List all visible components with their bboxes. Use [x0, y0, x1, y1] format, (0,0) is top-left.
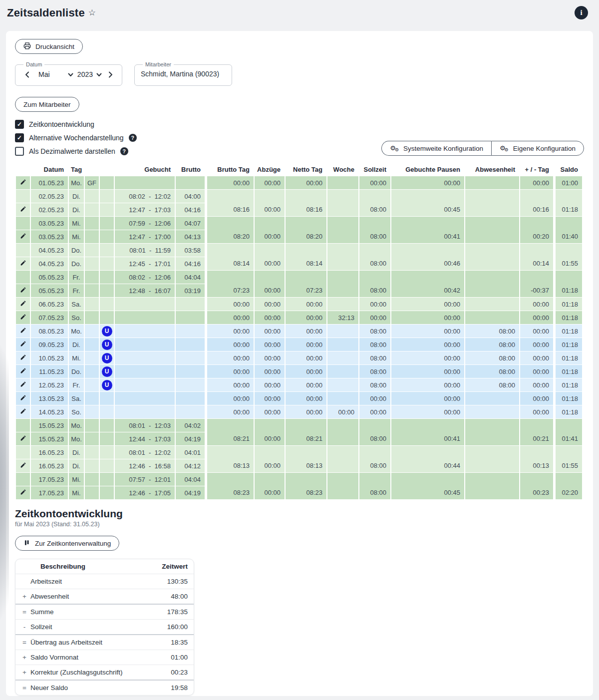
- favorite-star-icon[interactable]: ☆: [88, 8, 96, 17]
- configuration-button-group: ⚙⚙ Systemweite Konfiguration ⚙⚙ Eigene K…: [381, 141, 584, 156]
- edit-day-button[interactable]: [16, 338, 30, 351]
- pencil-edit-icon: [20, 368, 26, 375]
- goto-employee-button[interactable]: Zum Mitarbeiter: [15, 97, 79, 112]
- booked-interval-cell: 08:01 - 11:59: [115, 244, 175, 257]
- column-header-tag: Tag: [69, 163, 84, 176]
- edit-day-button[interactable]: [16, 325, 30, 338]
- zeitsaldenliste-page: Zeitsaldenliste☆ i Druckansicht Datum Ma…: [0, 0, 599, 700]
- booked-interval-cell: [115, 338, 175, 351]
- edit-day-button[interactable]: [16, 284, 30, 297]
- info-button[interactable]: i: [575, 6, 588, 19]
- weekday-cell: Sa.: [69, 298, 84, 311]
- booked-interval-cell: 07:59 - 12:06: [115, 217, 175, 230]
- system-configuration-button[interactable]: ⚙⚙ Systemweite Konfiguration: [381, 141, 491, 156]
- date-cell: 07.05.23: [31, 311, 68, 324]
- edit-day-button[interactable]: [16, 365, 30, 378]
- employee-field[interactable]: Mitarbeiter Schmidt, Martina (90023): [134, 61, 232, 86]
- abzuege-cell: 00:00: [255, 419, 285, 445]
- edit-day-button[interactable]: [16, 176, 30, 189]
- netto-tag-cell: 00:00: [286, 298, 326, 311]
- weekday-cell: So.: [69, 311, 84, 324]
- column-header-sollzeit: Sollzeit: [359, 163, 390, 176]
- weekday-cell: Mo.: [69, 432, 84, 445]
- brutto-cell: 04:16: [176, 257, 205, 270]
- operator-cell: [15, 574, 30, 589]
- plus-minus-tag-cell: 00:00: [520, 311, 553, 324]
- next-month-button[interactable]: [105, 69, 116, 80]
- holiday-badge-cell: [85, 486, 99, 499]
- own-configuration-button[interactable]: ⚙⚙ Eigene Konfiguration: [491, 141, 584, 156]
- edit-day-button[interactable]: [16, 378, 30, 391]
- edit-day-button[interactable]: [16, 311, 30, 324]
- absence-badge-cell: U: [100, 338, 114, 351]
- gear-settings-icon: ⚙⚙: [500, 145, 509, 152]
- operator-cell: -: [15, 620, 30, 635]
- pausen-cell: 00:46: [391, 244, 464, 270]
- absence-badge-u: U: [102, 353, 112, 363]
- date-cell: 06.05.23: [31, 298, 68, 311]
- column-header-datum: Datum: [31, 163, 68, 176]
- year-select[interactable]: 2023: [76, 70, 103, 78]
- netto-tag-cell: 00:00: [286, 405, 326, 418]
- edit-day-button[interactable]: [16, 230, 30, 243]
- netto-tag-cell: 08:13: [286, 446, 326, 472]
- holiday-badge-cell: [85, 338, 99, 351]
- weekday-cell: Mo.: [69, 325, 84, 338]
- holiday-badge-cell: [85, 284, 99, 297]
- holiday-badge-cell: [85, 244, 99, 257]
- abzuege-cell: 00:00: [255, 190, 285, 216]
- edit-day-button[interactable]: [16, 392, 30, 405]
- help-icon[interactable]: ?: [120, 147, 128, 155]
- option-zeitkontoentwicklung[interactable]: ✓ Zeitkontoentwicklung: [15, 120, 137, 129]
- checkbox-unchecked-icon: [15, 147, 24, 156]
- edit-day-button[interactable]: [16, 405, 30, 418]
- edit-cell: [16, 271, 30, 284]
- plus-minus-tag-cell: 00:00: [520, 298, 553, 311]
- option-als-dezimalwerte[interactable]: Als Dezimalwerte darstellen ?: [15, 147, 137, 156]
- abwesenheit-cell: [465, 473, 519, 499]
- time-account-management-button[interactable]: Zur Zeitkontenverwaltung: [15, 536, 119, 551]
- edit-day-button[interactable]: [16, 459, 30, 472]
- weekday-cell: Fr.: [69, 378, 84, 391]
- edit-day-button[interactable]: [16, 432, 30, 445]
- option-label: Alternative Wochendarstellung: [29, 134, 124, 142]
- month-select[interactable]: Mai: [34, 70, 74, 78]
- pencil-edit-icon: [20, 354, 26, 362]
- edit-day-button[interactable]: [16, 486, 30, 499]
- edit-day-button[interactable]: [16, 351, 30, 364]
- date-cell: 11.05.23: [31, 365, 68, 378]
- table-row: 16.05.23Di.08:01 - 12:0204:0108:1300:000…: [16, 446, 582, 459]
- help-icon[interactable]: ?: [129, 134, 137, 142]
- weekday-cell: Mi.: [69, 217, 84, 230]
- brutto-tag-cell: 08:14: [206, 244, 254, 270]
- previous-month-button[interactable]: [21, 69, 32, 80]
- brutto-cell: 03:19: [176, 284, 205, 297]
- option-alternative-wochendarstellung[interactable]: ✓ Alternative Wochendarstellung ?: [15, 133, 137, 142]
- abwesenheit-cell: [465, 217, 519, 243]
- brutto-cell: 04:12: [176, 459, 205, 472]
- plus-minus-tag-cell: 00:23: [520, 473, 553, 499]
- absence-badge-u: U: [102, 340, 112, 350]
- edit-day-button[interactable]: [16, 257, 30, 270]
- edit-cell: [16, 446, 30, 459]
- edit-day-button[interactable]: [16, 298, 30, 311]
- plus-minus-tag-cell: -00:37: [520, 271, 553, 297]
- date-cell: 05.05.23: [31, 284, 68, 297]
- plus-minus-tag-cell: 00:00: [520, 405, 553, 418]
- holiday-badge-cell: [85, 230, 99, 243]
- weekday-cell: Di.: [69, 338, 84, 351]
- brutto-cell: 04:01: [176, 446, 205, 459]
- development-row: Arbeitszeit130:35: [15, 574, 194, 589]
- absence-badge-cell: [100, 486, 114, 499]
- description-cell: Saldo Vormonat: [30, 650, 152, 665]
- brutto-cell: 04:07: [176, 217, 205, 230]
- pencil-edit-icon: [20, 260, 26, 268]
- brutto-cell: 03:58: [176, 244, 205, 257]
- pausen-cell: 00:00: [391, 365, 464, 378]
- print-view-button[interactable]: Druckansicht: [15, 39, 83, 54]
- chevron-down-icon: [68, 70, 73, 78]
- edit-day-button[interactable]: [16, 203, 30, 216]
- pausen-cell: 00:42: [391, 271, 464, 297]
- plus-minus-tag-cell: 00:00: [520, 378, 553, 391]
- pausen-cell: 00:41: [391, 419, 464, 445]
